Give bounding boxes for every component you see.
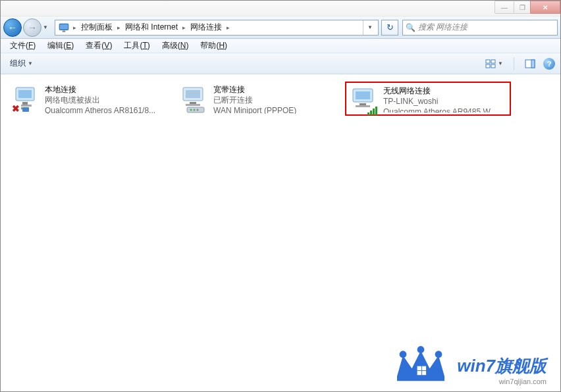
error-overlay-icon: ✖	[11, 103, 21, 114]
breadcrumb-sep: ▸	[115, 24, 122, 31]
connection-broadband[interactable]: 宽带连接 已断开连接 WAN Miniport (PPPOE)	[176, 82, 342, 116]
svg-rect-26	[370, 110, 372, 115]
minimize-button[interactable]: —	[494, 1, 514, 14]
svg-rect-17	[187, 107, 204, 112]
connection-local[interactable]: ✖ 本地连接 网络电缆被拔出 Qualcomm Atheros AR8161/8…	[8, 82, 174, 116]
svg-rect-32	[397, 376, 444, 381]
menu-help[interactable]: 帮助(H)	[195, 39, 232, 53]
modem-icon	[179, 84, 211, 114]
connection-name: 无线网络连接	[383, 86, 504, 96]
svg-rect-14	[186, 90, 200, 98]
connection-status: TP-LINK_woshi	[383, 96, 504, 107]
refresh-button[interactable]: ↻	[381, 20, 398, 36]
window-controls: — ❐ ✕	[495, 1, 560, 14]
svg-point-19	[194, 109, 196, 111]
svg-point-30	[417, 346, 425, 353]
ethernet-icon: ✖	[11, 84, 42, 114]
svg-rect-23	[360, 103, 366, 105]
connection-device: Qualcomm Atheros AR9485 W...	[383, 107, 504, 112]
close-button[interactable]: ✕	[530, 1, 560, 14]
change-view-button[interactable]: ▼	[483, 57, 506, 70]
svg-rect-33	[417, 366, 421, 370]
svg-rect-34	[422, 366, 426, 370]
menu-bar: 文件(F) 编辑(E) 查看(V) 工具(T) 高级(N) 帮助(H)	[1, 39, 560, 53]
connection-device: Qualcomm Atheros AR8161/8...	[45, 105, 169, 114]
chevron-down-icon: ▼	[28, 61, 33, 66]
connection-wireless[interactable]: 无线网络连接 TP-LINK_woshi Qualcomm Atheros AR…	[345, 82, 511, 116]
navigation-bar: ← → ▼ ▸ 控制面板 ▸ 网络和 Internet ▸ 网络连接 ▸ ▼ ↻…	[1, 16, 560, 39]
breadcrumb-sep: ▸	[225, 24, 232, 31]
maximize-button[interactable]: ❐	[514, 1, 531, 14]
svg-rect-27	[373, 109, 375, 115]
connection-text: 无线网络连接 TP-LINK_woshi Qualcomm Atheros AR…	[381, 85, 507, 112]
title-bar: — ❐ ✕	[1, 1, 560, 16]
menu-tools[interactable]: 工具(T)	[119, 39, 155, 53]
location-icon	[58, 22, 70, 34]
connection-text: 宽带连接 已断开连接 WAN Miniport (PPPOE)	[211, 84, 340, 114]
breadcrumb-network-connections[interactable]: 网络连接	[188, 20, 225, 35]
preview-pane-button[interactable]	[522, 57, 538, 70]
search-input[interactable]: 🔍 搜索 网络连接	[402, 20, 558, 36]
back-button[interactable]: ←	[3, 18, 22, 37]
help-button[interactable]: ?	[543, 58, 555, 70]
svg-rect-0	[59, 24, 68, 30]
svg-rect-10	[22, 102, 28, 105]
watermark: win7旗舰版 win7qijian.com	[391, 343, 547, 385]
organize-label: 组织	[10, 58, 26, 69]
menu-view[interactable]: 查看(V)	[80, 39, 117, 53]
menu-edit[interactable]: 编辑(E)	[42, 39, 79, 53]
svg-point-20	[197, 109, 199, 111]
breadcrumb-network-internet[interactable]: 网络和 Internet	[122, 20, 180, 35]
svg-rect-9	[18, 90, 32, 98]
watermark-url: win7qijian.com	[457, 378, 547, 385]
breadcrumb-sep: ▸	[180, 24, 188, 31]
connection-name: 宽带连接	[213, 84, 337, 95]
wireless-icon	[349, 85, 381, 115]
content-area: ✖ 本地连接 网络电缆被拔出 Qualcomm Atheros AR8161/8…	[1, 75, 560, 391]
connection-status: 已断开连接	[213, 95, 337, 105]
svg-rect-16	[186, 104, 200, 106]
watermark-title: win7旗舰版	[457, 355, 547, 378]
breadcrumb-control-panel[interactable]: 控制面板	[78, 20, 115, 35]
organize-button[interactable]: 组织 ▼	[6, 56, 37, 71]
chevron-down-icon: ▼	[498, 61, 503, 66]
pane-icon	[525, 59, 535, 69]
connection-status: 网络电缆被拔出	[45, 95, 169, 105]
svg-rect-25	[367, 112, 369, 115]
svg-rect-35	[417, 371, 421, 375]
crown-icon	[391, 343, 450, 385]
svg-rect-15	[190, 102, 196, 104]
search-placeholder: 搜索 网络连接	[418, 22, 468, 33]
svg-rect-36	[422, 371, 426, 375]
connection-device: WAN Miniport (PPPOE)	[213, 105, 337, 114]
address-bar[interactable]: ▸ 控制面板 ▸ 网络和 Internet ▸ 网络连接 ▸ ▼	[55, 20, 379, 36]
svg-point-18	[190, 109, 192, 111]
svg-rect-5	[491, 64, 495, 68]
menu-file[interactable]: 文件(F)	[5, 39, 41, 53]
svg-rect-22	[356, 91, 370, 99]
svg-rect-12	[22, 107, 29, 112]
svg-rect-1	[63, 30, 66, 32]
search-icon: 🔍	[406, 23, 415, 32]
forward-button[interactable]: →	[23, 18, 41, 37]
svg-rect-7	[531, 60, 535, 68]
svg-rect-2	[486, 60, 490, 63]
command-bar: 组织 ▼ ▼ ?	[1, 53, 560, 74]
svg-rect-3	[491, 60, 495, 63]
view-icon	[485, 59, 496, 69]
svg-point-31	[435, 351, 442, 358]
refresh-icon: ↻	[387, 22, 394, 32]
address-dropdown[interactable]: ▼	[363, 20, 377, 35]
svg-rect-28	[375, 107, 377, 115]
svg-point-29	[400, 351, 407, 358]
connection-text: 本地连接 网络电缆被拔出 Qualcomm Atheros AR8161/8..…	[42, 84, 171, 114]
separator	[514, 57, 514, 70]
menu-advanced[interactable]: 高级(N)	[157, 39, 194, 53]
svg-rect-4	[486, 64, 490, 68]
history-dropdown[interactable]: ▼	[43, 24, 52, 30]
signal-overlay-icon	[367, 106, 379, 115]
connection-name: 本地连接	[45, 84, 169, 95]
breadcrumb-sep: ▸	[71, 24, 78, 31]
